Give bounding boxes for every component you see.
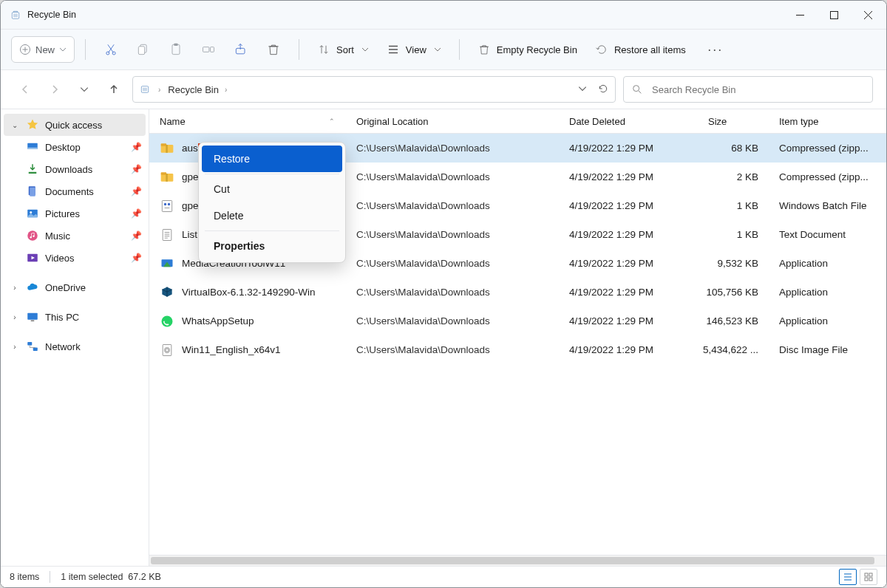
sort-button[interactable]: Sort [310, 35, 376, 64]
context-menu-item-delete[interactable]: Delete [202, 202, 342, 229]
sidebar-item-desktop[interactable]: Desktop📌 [4, 136, 146, 158]
column-header-item-type[interactable]: Item type [769, 116, 886, 127]
pin-icon: 📌 [131, 164, 141, 174]
chevron-down-icon [434, 46, 441, 53]
sidebar-item-pictures[interactable]: Pictures📌 [4, 202, 146, 225]
sidebar-item-downloads[interactable]: Downloads📌 [4, 158, 146, 180]
file-row[interactable]: VirtualBox-6.1.32-149290-WinC:\Users\Mal… [149, 278, 886, 307]
svg-rect-29 [161, 143, 167, 146]
svg-rect-26 [27, 342, 32, 346]
file-location: C:\Users\Malavida\Downloads [346, 229, 559, 240]
scissors-icon [103, 42, 118, 57]
pin-icon: 📌 [131, 142, 141, 152]
status-item-count: 8 items [10, 572, 39, 582]
file-location: C:\Users\Malavida\Downloads [346, 344, 559, 355]
sidebar-this-pc[interactable]: › This PC [4, 306, 146, 328]
svg-rect-25 [31, 321, 35, 322]
nav-up-button[interactable] [103, 78, 125, 100]
star-icon [26, 118, 39, 131]
pin-icon: 📌 [131, 230, 141, 241]
documents-icon [26, 185, 39, 198]
sidebar-network[interactable]: › Network [4, 335, 146, 358]
file-date-deleted: 4/19/2022 1:29 PM [559, 200, 698, 211]
nav-recent-button[interactable] [73, 78, 95, 100]
close-button[interactable] [851, 1, 885, 28]
svg-point-19 [30, 211, 32, 213]
details-view-button[interactable] [839, 569, 857, 585]
scroll-thumb[interactable] [151, 557, 874, 564]
nav-forward-button[interactable] [44, 78, 66, 100]
svg-point-21 [30, 236, 32, 238]
sidebar-onedrive[interactable]: › OneDrive [4, 276, 146, 298]
navigation-bar: › Recycle Bin › [1, 70, 886, 109]
share-icon [234, 42, 248, 57]
address-segment[interactable]: Recycle Bin › [168, 84, 228, 95]
address-dropdown-button[interactable] [578, 84, 587, 95]
context-menu-item-properties[interactable]: Properties [202, 233, 342, 259]
new-button[interactable]: New [11, 36, 75, 63]
file-location: C:\Users\Malavida\Downloads [346, 171, 559, 182]
maximize-button[interactable] [817, 1, 851, 28]
file-row[interactable]: Win11_English_x64v1C:\Users\Malavida\Dow… [149, 335, 886, 364]
rename-button[interactable] [194, 35, 223, 64]
copy-button[interactable] [129, 35, 158, 64]
horizontal-scrollbar[interactable] [149, 555, 886, 566]
svg-rect-8 [174, 44, 178, 46]
share-button[interactable] [226, 35, 256, 64]
pin-icon: 📌 [131, 208, 141, 219]
column-header-name[interactable]: Name ⌃ [149, 116, 346, 127]
file-date-deleted: 4/19/2022 1:29 PM [559, 171, 698, 182]
empty-recycle-bin-button[interactable]: Empty Recycle Bin [470, 35, 585, 64]
file-item-type: Compressed (zipp... [769, 171, 886, 182]
sort-icon [317, 43, 330, 56]
empty-label: Empty Recycle Bin [497, 44, 577, 55]
paste-button[interactable] [161, 35, 191, 64]
music-icon [26, 229, 39, 242]
column-header-date-deleted[interactable]: Date Deleted [559, 116, 698, 127]
column-header-size[interactable]: Size [698, 116, 769, 127]
sidebar-quick-access[interactable]: ⌄ Quick access [4, 114, 146, 136]
svg-rect-32 [161, 172, 167, 174]
cut-button[interactable] [96, 35, 126, 64]
column-header-original-location[interactable]: Original Location [346, 116, 559, 127]
more-button[interactable]: ··· [701, 35, 730, 64]
downloads-icon [26, 163, 39, 176]
file-location: C:\Users\Malavida\Downloads [346, 315, 559, 327]
svg-rect-30 [166, 145, 168, 153]
delete-button[interactable] [259, 35, 288, 64]
status-separator [50, 571, 50, 583]
toolbar-separator [299, 39, 299, 60]
thumbnails-view-button[interactable] [860, 569, 877, 585]
file-size: 1 KB [698, 200, 769, 211]
file-location: C:\Users\Malavida\Downloads [346, 200, 559, 211]
nav-back-button[interactable] [14, 78, 36, 100]
minimize-button[interactable] [783, 1, 817, 28]
sidebar-item-music[interactable]: Music📌 [4, 225, 146, 247]
svg-rect-45 [865, 578, 868, 581]
svg-rect-15 [27, 148, 38, 149]
monitor-icon [26, 310, 39, 324]
sidebar-item-videos[interactable]: Videos📌 [4, 247, 146, 269]
sidebar-item-label: Downloads [45, 164, 125, 175]
restore-all-button[interactable]: Restore all items [588, 35, 693, 64]
file-row[interactable]: WhatsAppSetupC:\Users\Malavida\Downloads… [149, 307, 886, 335]
address-bar[interactable]: › Recycle Bin › [132, 76, 616, 103]
search-box[interactable] [623, 76, 873, 103]
view-button[interactable]: View [379, 35, 449, 64]
pictures-icon [26, 207, 39, 220]
file-item-type: Text Document [769, 229, 886, 240]
file-location: C:\Users\Malavida\Downloads [346, 287, 559, 298]
file-item-type: Compressed (zipp... [769, 143, 886, 154]
search-input[interactable] [650, 83, 865, 96]
file-size: 2 KB [698, 171, 769, 182]
context-menu-item-restore[interactable]: Restore [202, 146, 342, 172]
context-menu-separator [205, 174, 339, 174]
svg-rect-7 [172, 44, 180, 54]
new-label: New [35, 44, 55, 55]
context-menu-item-cut[interactable]: Cut [202, 176, 342, 202]
chevron-right-icon: › [157, 86, 162, 94]
file-name: List [182, 229, 197, 240]
sidebar-item-documents[interactable]: Documents📌 [4, 180, 146, 202]
sidebar-item-label: Network [45, 341, 141, 352]
refresh-button[interactable] [597, 83, 609, 97]
